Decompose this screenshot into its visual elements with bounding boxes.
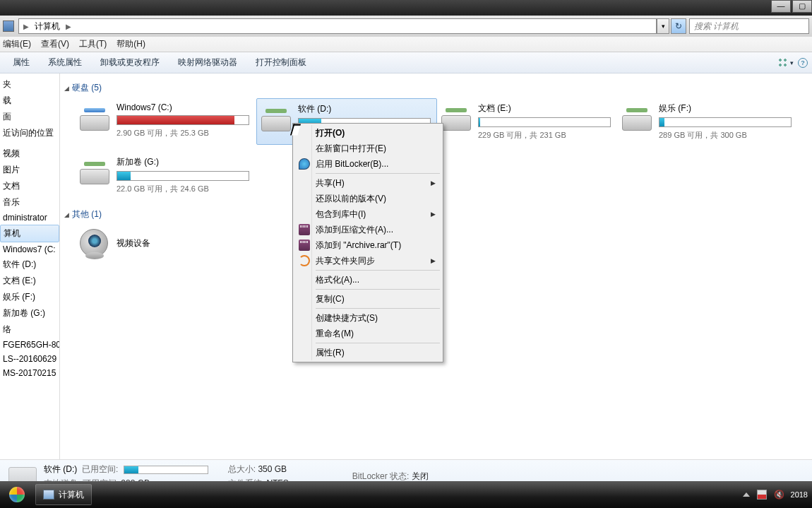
view-mode-button[interactable]: ▾ [778, 58, 794, 68]
drive-icon [80, 160, 109, 184]
sidebar-item[interactable]: dministrator [0, 211, 59, 225]
triangle-down-icon: ◢ [64, 85, 69, 92]
cm-restore-versions[interactable]: 还原以前的版本(V) [294, 191, 441, 206]
breadcrumb-dropdown[interactable]: ▾ [657, 18, 669, 34]
cm-add-archive-rar[interactable]: 添加到 "Archive.rar"(T) [294, 237, 441, 253]
cm-format[interactable]: 格式化(A)... [294, 272, 441, 288]
cm-open[interactable]: 打开(O) [294, 125, 441, 141]
sidebar-item[interactable]: 图片 [0, 162, 59, 178]
computer-icon [3, 20, 14, 32]
toolbar-properties[interactable]: 属性 [13, 57, 30, 69]
details-total-value: 350 GB [258, 464, 287, 474]
window-titlebar: — ▢ [0, 0, 812, 16]
drive-free-text: 229 GB 可用，共 231 GB [478, 130, 614, 141]
cm-add-archive[interactable]: 添加到压缩文件(A)... [294, 222, 441, 237]
menu-tools[interactable]: 工具(T) [79, 38, 107, 50]
breadcrumb-computer[interactable]: 计算机 [35, 20, 60, 33]
sidebar-item[interactable]: Windows7 (C: [0, 242, 59, 256]
action-center-icon[interactable] [757, 490, 767, 500]
refresh-button[interactable]: ↻ [671, 18, 686, 34]
search-input[interactable]: 搜索 计算机 [689, 18, 809, 34]
webcam-icon [80, 229, 108, 257]
drive-free-text: 2.90 GB 可用，共 25.3 GB [117, 128, 252, 138]
cm-sync-folder[interactable]: 共享文件夹同步▶ [294, 253, 441, 268]
sidebar-item[interactable]: 载 [0, 93, 59, 109]
shield-icon [299, 158, 310, 170]
cm-include-library[interactable]: 包含到库中(I)▶ [294, 206, 441, 222]
drive-free-text: 289 GB 可用，共 300 GB [659, 130, 794, 141]
details-bitlocker-label: BitLocker 状态: [352, 471, 410, 481]
help-button[interactable]: ? [798, 58, 808, 68]
drive-item[interactable]: 文档 (E:)229 GB 可用，共 231 GB [437, 98, 618, 145]
sidebar-item[interactable]: 文档 [0, 178, 59, 194]
drive-item[interactable]: 新加卷 (G:)22.0 GB 可用，共 24.6 GB [76, 152, 256, 199]
menu-view[interactable]: 查看(V) [41, 38, 69, 50]
cm-properties[interactable]: 属性(R) [294, 345, 441, 360]
chevron-right-icon: ▶ [66, 23, 71, 30]
grid-icon [778, 58, 788, 68]
maximize-button[interactable]: ▢ [792, 0, 812, 13]
menu-help[interactable]: 帮助(H) [117, 38, 145, 50]
cm-enable-bitlocker[interactable]: 启用 BitLocker(B)... [294, 156, 441, 172]
sidebar-item[interactable]: 面 [0, 109, 59, 125]
tray-expand-icon[interactable] [743, 492, 750, 497]
details-drive-name: 软件 (D:) [44, 464, 77, 474]
toolbar-control-panel[interactable]: 打开控制面板 [256, 57, 306, 69]
archive-icon [299, 240, 310, 251]
drive-icon [441, 107, 471, 131]
toolbar-system-properties[interactable]: 系统属性 [48, 57, 82, 69]
sidebar-item[interactable]: MS-20170215 [0, 366, 59, 380]
drive-name: Windows7 (C:) [117, 102, 252, 112]
cm-share[interactable]: 共享(H)▶ [294, 175, 441, 191]
address-bar: ▶ 计算机 ▶ ▾ ↻ 搜索 计算机 [0, 16, 812, 37]
drive-item[interactable]: 娱乐 (F:)289 GB 可用，共 300 GB [618, 98, 799, 145]
navigation-sidebar[interactable]: 夹载面近访问的位置视频图片文档音乐dministrator算机Windows7 … [0, 73, 60, 459]
sidebar-item[interactable]: 娱乐 (F:) [0, 289, 59, 305]
taskbar: 计算机 2018 [0, 481, 812, 508]
sidebar-item[interactable]: 软件 (D:) [0, 256, 59, 273]
details-used-label: 已用空间: [82, 464, 118, 474]
taskbar-app-explorer[interactable]: 计算机 [35, 484, 92, 505]
minimize-button[interactable]: — [771, 0, 791, 13]
drive-name: 文档 (E:) [478, 102, 614, 114]
sidebar-item[interactable]: 新加卷 (G:) [0, 305, 59, 321]
tray-clock[interactable]: 2018 [791, 490, 808, 499]
drive-item[interactable]: Windows7 (C:)2.90 GB 可用，共 25.3 GB [76, 98, 256, 145]
sidebar-item[interactable]: 算机 [0, 225, 59, 242]
cm-create-shortcut[interactable]: 创建快捷方式(S) [294, 310, 441, 326]
menu-edit[interactable]: 编辑(E) [3, 38, 31, 50]
chevron-right-icon: ▶ [431, 257, 436, 264]
sidebar-item[interactable]: 音乐 [0, 194, 59, 211]
toolbar-uninstall[interactable]: 卸载或更改程序 [100, 57, 160, 69]
drive-icon [261, 107, 291, 131]
triangle-down-icon: ◢ [64, 211, 69, 218]
details-used-bar [124, 466, 208, 474]
drive-usage-bar [478, 117, 611, 127]
cm-open-new-window[interactable]: 在新窗口中打开(E) [294, 141, 441, 156]
drive-usage-bar [659, 117, 792, 127]
taskbar-app-label: 计算机 [59, 489, 84, 501]
drive-name: 新加卷 (G:) [117, 156, 252, 168]
sidebar-item[interactable]: 文档 (E:) [0, 273, 59, 289]
drive-icon [622, 107, 652, 131]
sidebar-item[interactable]: LS--20160629 [0, 352, 59, 366]
context-menu: 打开(O) 在新窗口中打开(E) 启用 BitLocker(B)... 共享(H… [292, 123, 443, 362]
system-tray[interactable]: 2018 [743, 490, 812, 500]
chevron-right-icon: ▶ [23, 23, 29, 30]
sidebar-item[interactable]: 夹 [0, 76, 59, 93]
toolbar: 属性 系统属性 卸载或更改程序 映射网络驱动器 打开控制面板 ▾ ? [0, 52, 812, 73]
details-total-label: 总大小: [228, 464, 256, 474]
toolbar-map-drive[interactable]: 映射网络驱动器 [178, 57, 237, 69]
sidebar-item[interactable]: 近访问的位置 [0, 125, 59, 141]
breadcrumb[interactable]: ▶ 计算机 ▶ [18, 18, 657, 34]
cm-rename[interactable]: 重命名(M) [294, 326, 441, 341]
sidebar-item[interactable]: 络 [0, 321, 59, 338]
section-disks[interactable]: ◢ 硬盘 (5) [64, 82, 808, 94]
sidebar-item[interactable]: 视频 [0, 146, 59, 162]
cm-copy[interactable]: 复制(C) [294, 291, 441, 307]
volume-muted-icon[interactable] [774, 490, 784, 500]
sidebar-item[interactable]: FGER65GH-80 [0, 338, 59, 352]
sync-icon [299, 255, 310, 266]
start-button[interactable] [3, 484, 31, 505]
chevron-right-icon: ▶ [431, 211, 436, 218]
